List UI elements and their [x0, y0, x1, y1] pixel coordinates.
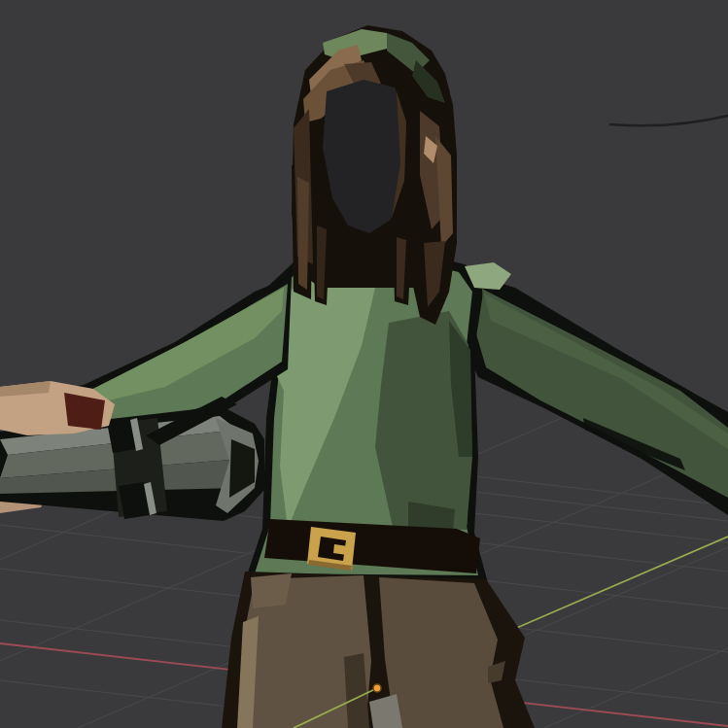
object-origin-dot [373, 684, 381, 692]
head[interactable] [292, 25, 457, 325]
pants-legs[interactable] [222, 572, 535, 728]
viewport-canvas[interactable] [0, 0, 728, 728]
viewport-3d[interactable] [0, 0, 728, 728]
